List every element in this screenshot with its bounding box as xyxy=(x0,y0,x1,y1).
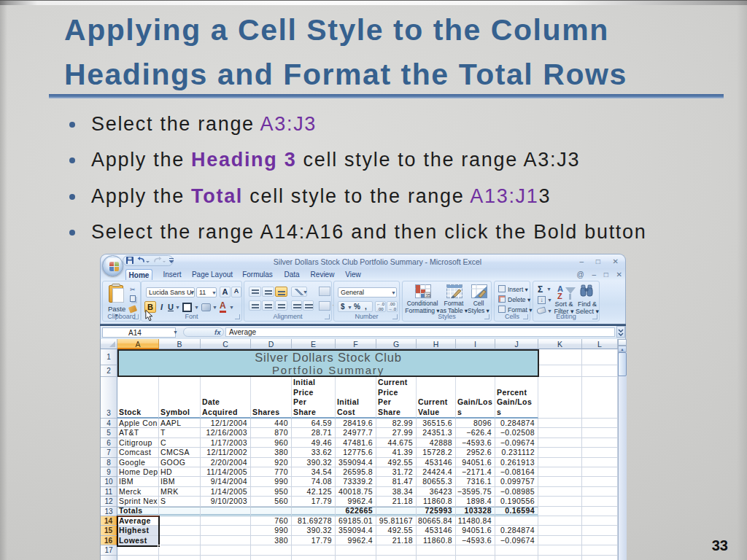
svg-text:35: 35 xyxy=(426,293,431,298)
